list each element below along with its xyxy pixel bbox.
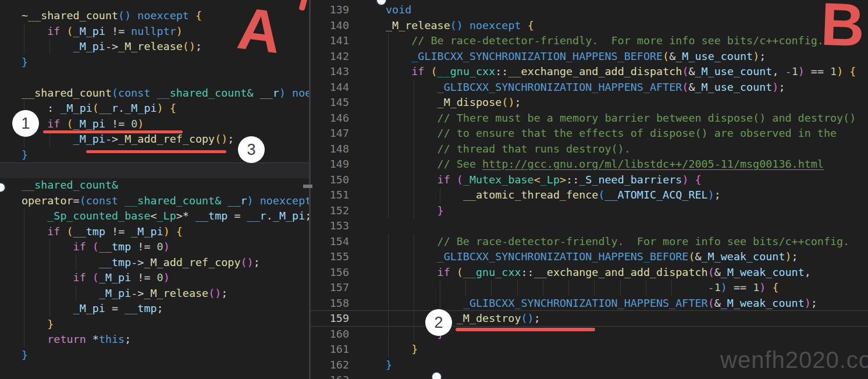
indent-guide	[568, 280, 569, 296]
code-line[interactable]: _M_release() noexcept {	[386, 18, 868, 34]
indent-guide	[414, 265, 414, 281]
code-line[interactable]: _M_destroy();	[386, 311, 868, 327]
indent-guide	[414, 95, 414, 111]
line-number[interactable]: 159	[311, 311, 349, 327]
line-number[interactable]: 146	[311, 111, 349, 126]
line-number[interactable]: 157	[311, 280, 349, 296]
code-line[interactable]: // See http://gcc.gnu.org/ml/libstdc++/2…	[386, 157, 868, 172]
code-line[interactable]: __shared_count(const __shared_count& __r…	[0, 86, 309, 101]
indent-guide	[646, 280, 646, 296]
code-line[interactable]: // to ensure that the effects of dispose…	[386, 126, 868, 141]
code-line[interactable]: _GLIBCXX_SYNCHRONIZATION_HAPPENS_BEFORE(…	[386, 249, 868, 265]
code-line[interactable]: // Be race-detector-friendly. For more i…	[386, 33, 868, 49]
indent-guide	[388, 327, 389, 342]
line-number[interactable]: 139	[311, 2, 349, 18]
indent-guide	[388, 141, 389, 157]
code-line[interactable]: }	[0, 317, 309, 332]
code-line[interactable]: return *this;	[0, 332, 309, 348]
annotation-underline	[456, 328, 595, 331]
indent-guide	[76, 286, 76, 302]
indent-guide	[388, 95, 389, 111]
line-number[interactable]: 152	[311, 203, 349, 219]
minimap-marker	[303, 185, 312, 188]
line-number[interactable]: 141	[311, 33, 349, 49]
line-number[interactable]: 143	[311, 64, 349, 80]
code-line[interactable]: __atomic_thread_fence(__ATOMIC_ACQ_REL);	[386, 187, 868, 203]
code-line[interactable]: _M_pi = __tmp;	[0, 301, 309, 317]
annotation-dot	[432, 373, 441, 379]
line-number[interactable]: 145	[311, 95, 349, 111]
code-line[interactable]: : _M_pi(__r._M_pi) {	[0, 101, 309, 116]
line-number[interactable]: 155	[311, 249, 349, 265]
indent-guide	[620, 280, 621, 296]
code-line[interactable]: __tmp->_M_add_ref_copy();	[0, 255, 309, 271]
annotation-underline	[86, 150, 226, 153]
code-line[interactable]: _GLIBCXX_SYNCHRONIZATION_HAPPENS_AFTER(&…	[386, 80, 868, 95]
indent-guide	[24, 39, 24, 55]
code-line[interactable]: _GLIBCXX_SYNCHRONIZATION_HAPPENS_BEFORE(…	[386, 49, 868, 65]
code-line[interactable]	[386, 373, 868, 379]
code-line[interactable]: // There must be a memory barrier betwee…	[386, 111, 868, 126]
code-line[interactable]: if (_M_pi != 0)	[0, 116, 309, 132]
line-number[interactable]: 154	[311, 234, 349, 250]
annotation-circle-3: 3	[238, 136, 265, 163]
code-line[interactable]: }	[386, 203, 868, 219]
indent-guide	[440, 187, 440, 203]
line-number[interactable]: 142	[311, 49, 349, 65]
line-number[interactable]: 147	[311, 126, 349, 141]
indent-guide	[388, 126, 389, 141]
indent-guide	[388, 234, 389, 250]
indent-guide	[414, 249, 414, 265]
code-line[interactable]: if (_Mutex_base<_Lp>::_S_need_barriers) …	[386, 172, 868, 188]
line-number[interactable]: 158	[311, 296, 349, 311]
indent-guide	[388, 187, 389, 203]
code-line[interactable]: // Be race-detector-friendly. For more i…	[386, 234, 868, 250]
code-line[interactable]: if (_M_pi != 0)	[0, 270, 309, 286]
line-number[interactable]: 144	[311, 80, 349, 95]
code-line[interactable]: _M_dispose();	[386, 95, 868, 111]
code-line[interactable]: _GLIBCXX_SYNCHRONIZATION_HAPPENS_AFTER(&…	[386, 296, 868, 311]
indent-guide	[414, 280, 414, 296]
indent-guide	[24, 239, 24, 255]
indent-guide	[671, 280, 672, 296]
line-number[interactable]: 149	[311, 157, 349, 172]
annotation-letter-b: B	[820, 0, 866, 60]
indent-guide	[414, 80, 414, 95]
indent-guide	[388, 311, 389, 327]
indent-guide	[414, 234, 414, 250]
code-line[interactable]: // thread that runs destroy().	[386, 141, 868, 157]
line-number[interactable]: 163	[311, 373, 349, 379]
annotation-letter-a: A	[234, 0, 284, 67]
code-line[interactable]: -1) == 1) {	[386, 280, 868, 296]
indent-guide	[49, 255, 50, 271]
code-line[interactable]: operator=(const __shared_count& __r) noe…	[0, 193, 309, 209]
code-line[interactable]: _M_pi->_M_release();	[0, 286, 309, 302]
indent-guide	[414, 157, 414, 172]
code-line[interactable]: if (__tmp != 0)	[0, 239, 309, 255]
line-number[interactable]: 150	[311, 172, 349, 188]
indent-guide	[49, 286, 50, 302]
code-line[interactable]: if (__gnu_cxx::__exchange_and_add_dispat…	[386, 265, 868, 281]
indent-guide	[24, 332, 24, 348]
code-line[interactable]: __shared_count&	[0, 178, 309, 193]
code-line[interactable]: if (__tmp != _M_pi) {	[0, 224, 309, 240]
code-line[interactable]: void	[386, 2, 868, 18]
indent-guide	[388, 157, 389, 172]
line-number[interactable]: 151	[311, 187, 349, 203]
line-number[interactable]: 162	[311, 357, 349, 373]
line-number[interactable]: 160	[311, 327, 349, 342]
line-number[interactable]: 156	[311, 265, 349, 281]
indent-guide	[24, 224, 24, 240]
line-number[interactable]: 153	[311, 218, 349, 234]
indent-guide	[49, 301, 50, 317]
line-number[interactable]: 161	[311, 342, 349, 357]
indent-guide	[543, 280, 543, 296]
code-line[interactable]: _Sp_counted_base<_Lp>* __tmp = __r._M_pi…	[0, 208, 309, 224]
indent-guide	[388, 33, 389, 49]
code-line[interactable]: if (__gnu_cxx::__exchange_and_add_dispat…	[386, 64, 868, 80]
line-number[interactable]: 140	[311, 18, 349, 34]
code-line[interactable]: }	[0, 348, 309, 363]
line-number[interactable]: 148	[311, 141, 349, 157]
code-line[interactable]	[386, 218, 868, 234]
code-line[interactable]	[0, 70, 309, 86]
